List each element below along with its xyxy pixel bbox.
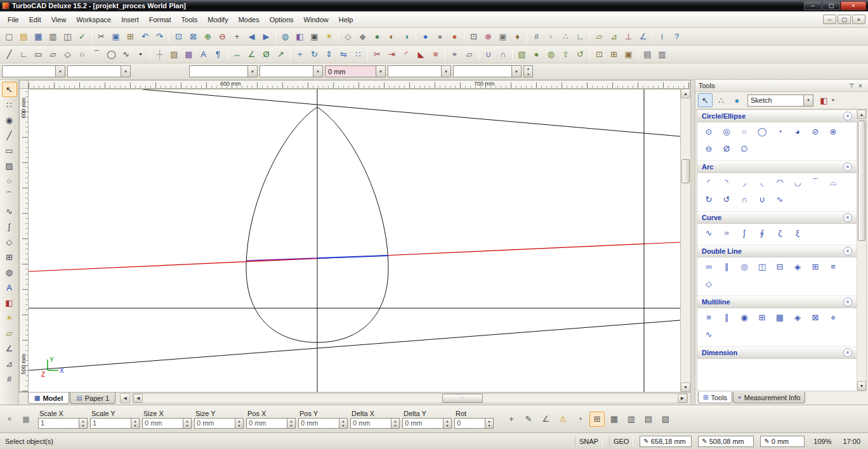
sphere-textured-icon[interactable]: ● <box>447 30 462 44</box>
rectangle-icon[interactable]: ▭ <box>31 48 46 62</box>
ruler-tool-icon[interactable]: ⊿ <box>2 356 17 371</box>
snap-grid-icon[interactable]: # <box>529 30 544 44</box>
horizontal-scroll-thumb[interactable]: ∷ <box>442 394 483 403</box>
point-icon[interactable]: • <box>133 48 148 62</box>
multiline-polyline-icon[interactable]: ∥ <box>720 311 733 323</box>
world-plan-icon[interactable]: ◍ <box>278 30 293 44</box>
chevron-down-icon[interactable]: ▼ <box>376 66 385 77</box>
snap-modes-icon[interactable]: ◉ <box>2 112 17 127</box>
box-tool-icon[interactable]: ⊞ <box>2 249 17 264</box>
field-spinner-delta-y[interactable]: ▲▼ <box>443 419 451 428</box>
multiline-rotated-rect-icon[interactable]: ▦ <box>773 311 786 323</box>
arc-tan-to-arc-icon[interactable]: ◠ <box>773 176 786 188</box>
snap-indicator[interactable]: SNAP <box>575 436 603 446</box>
next-view-icon[interactable]: ▶ <box>259 30 273 44</box>
move-icon[interactable]: + <box>293 48 307 62</box>
save-icon[interactable]: ▦ <box>31 30 46 44</box>
blue-chord-segment[interactable] <box>317 256 388 258</box>
chevron-down-icon[interactable]: ▼ <box>313 66 322 77</box>
select-icon[interactable]: ↖ <box>2 82 17 97</box>
top-slanted-line[interactable] <box>143 89 680 136</box>
section-header-double-line[interactable]: Double Line« <box>697 245 857 257</box>
spin-up-icon[interactable]: ▲ <box>524 66 532 72</box>
gradient-fill-icon[interactable]: ▩ <box>181 48 196 62</box>
circle-tan-to-entities-icon[interactable]: ⊘ <box>809 126 822 138</box>
arc-start-end-icon[interactable]: ◞ <box>738 176 751 188</box>
arc-tan-3-entities-icon[interactable]: ∪ <box>756 193 768 205</box>
field-input-scale-y[interactable]: 1▲▼ <box>90 418 140 429</box>
collapse-chevron-icon[interactable]: « <box>843 348 852 357</box>
horizontal-scrollbar[interactable]: ◀ ∷ ▶ <box>133 393 688 403</box>
circle-by-edge-icon[interactable]: ⊗ <box>827 126 839 138</box>
spin-up-icon[interactable]: ▲ <box>444 419 451 424</box>
double-line-arc-icon[interactable]: ⊞ <box>809 261 822 273</box>
construction-line-icon[interactable]: ┼ <box>152 48 167 62</box>
style-brush-icon[interactable]: ◧ <box>817 93 831 107</box>
property-combo-8[interactable]: ▼ <box>453 65 522 77</box>
measure-area-icon[interactable]: ▱ <box>462 48 477 62</box>
chamfer-icon[interactable]: ◣ <box>414 48 428 62</box>
spline-by-control-points-icon[interactable]: ≈ <box>720 227 733 239</box>
menu-view[interactable]: View <box>46 14 72 25</box>
field-spinner-delta-x[interactable]: ▲▼ <box>391 419 399 428</box>
arc-tool-icon[interactable]: ⌒ <box>2 188 17 204</box>
palette-selector[interactable]: Sketch ▼ <box>747 94 813 107</box>
bottom-slanted-line[interactable] <box>29 320 680 370</box>
polygon-tool-icon[interactable]: ◇ <box>2 234 17 249</box>
group-icon[interactable]: ⊡ <box>466 30 481 44</box>
multiline-rectangle-icon[interactable]: ⊞ <box>756 311 768 323</box>
snap-middle-icon[interactable]: ∴ <box>558 30 573 44</box>
zoom-level[interactable]: 109% <box>811 438 834 445</box>
open-icon[interactable]: ▤ <box>16 30 31 44</box>
menu-options[interactable]: Options <box>265 14 299 25</box>
union-icon[interactable]: ∪ <box>481 48 496 62</box>
multiline-arc-icon[interactable]: ⊠ <box>809 311 822 323</box>
arc-triple-point-icon[interactable]: ◟ <box>756 176 768 188</box>
multiline-join-icon[interactable]: ⋄ <box>827 311 839 323</box>
selection-info-icon[interactable]: i <box>655 30 669 44</box>
spin-up-icon[interactable]: ▲ <box>183 419 191 424</box>
circle-center-point-icon[interactable]: ⊙ <box>702 126 715 138</box>
field-input-size-y[interactable]: 0 mm▲▼ <box>194 418 244 429</box>
chevron-down-icon[interactable]: ▼ <box>803 95 813 106</box>
leader-icon[interactable]: ↗ <box>273 48 288 62</box>
fillet-icon[interactable]: ◜ <box>399 48 414 62</box>
materials-icon[interactable]: ◐ <box>385 30 399 44</box>
spin-up-icon[interactable]: ▲ <box>391 419 399 424</box>
table-mode-icon[interactable]: ▦ <box>607 412 622 427</box>
protractor-icon[interactable]: ◔ <box>572 412 588 427</box>
line-tool-icon[interactable]: ╱ <box>2 127 17 143</box>
iso-view-icon[interactable]: ◧ <box>293 30 307 44</box>
field-input-delta-y[interactable]: 0 mm▲▼ <box>402 418 452 429</box>
previous-view-icon[interactable]: ◀ <box>244 30 259 44</box>
spin-down-icon[interactable]: ▼ <box>235 424 243 429</box>
sphere-basic-icon[interactable]: ● <box>418 30 433 44</box>
wireframe-render-icon[interactable]: ◇ <box>341 30 355 44</box>
ungroup-icon[interactable]: ⊗ <box>481 30 496 44</box>
circle-tan-to-arc-icon[interactable]: ◔ <box>773 126 786 138</box>
box-3d-icon[interactable]: ▧ <box>515 48 529 62</box>
spin-down-icon[interactable]: ▼ <box>485 424 493 429</box>
spin-down-icon[interactable]: ▼ <box>79 424 87 429</box>
spin-down-icon[interactable]: ▼ <box>444 424 451 429</box>
workplane-by-points-icon[interactable]: ⊿ <box>607 30 621 44</box>
offset-icon[interactable]: ≡ <box>428 48 443 62</box>
pin-icon[interactable]: ⊤ <box>847 81 856 90</box>
block-icon[interactable]: ▣ <box>496 30 510 44</box>
chevron-down-icon[interactable]: ▼ <box>121 66 130 77</box>
undo-icon[interactable]: ↶ <box>138 30 152 44</box>
panel-scrollbar[interactable]: ▲ ▼ <box>857 110 866 391</box>
arc-concentric-icon[interactable]: ◝ <box>720 176 733 188</box>
tab-paper1[interactable]: ▤ Paper 1 <box>70 393 115 404</box>
property-combo-7[interactable]: ▼ <box>388 65 451 77</box>
field-spinner-rot[interactable]: ▲▼ <box>485 419 493 428</box>
multiline-polygon-icon[interactable]: ◈ <box>791 311 804 323</box>
warning-icon[interactable]: ⚠ <box>555 412 570 427</box>
rotate-icon[interactable]: ↻ <box>307 48 322 62</box>
dimension-tool-icon[interactable]: ∠ <box>2 341 17 356</box>
vertical-scroll-thumb[interactable] <box>681 159 690 183</box>
double-line-segment-icon[interactable]: ═ <box>702 261 715 273</box>
arc-by-edge-icon[interactable]: ⌒ <box>809 176 822 188</box>
multiline-options-icon[interactable]: ∿ <box>702 329 715 341</box>
array-icon[interactable]: ∷ <box>351 48 365 62</box>
